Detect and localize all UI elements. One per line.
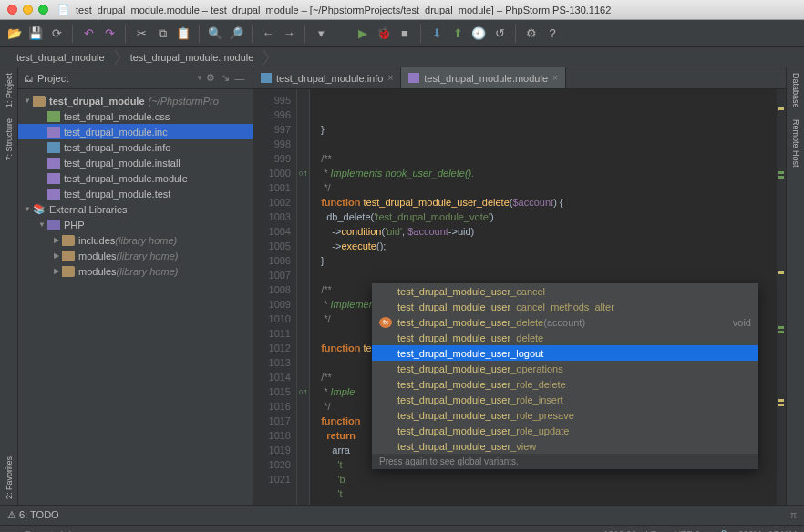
completion-popup[interactable]: test_drupal_module_user_canceltest_drupa… (372, 283, 758, 469)
editor-area: test_drupal_module.info×test_drupal_modu… (253, 67, 786, 505)
tab-remote-host[interactable]: Remote Host (791, 114, 800, 173)
minimize-icon[interactable] (23, 5, 33, 15)
dir-name: includes (78, 235, 115, 246)
tree-lib-dir[interactable]: ▶includes (library home) (18, 232, 253, 248)
close-icon[interactable] (7, 5, 17, 15)
help-icon[interactable]: ? (543, 25, 562, 43)
tree-root[interactable]: ▼ test_drupal_module (~/PhpstormPro (18, 93, 253, 108)
titlebar[interactable]: 📄 test_drupal_module.module – test_drupa… (0, 0, 804, 20)
gear-icon[interactable]: ⚙ (203, 72, 218, 84)
stop-icon[interactable]: ■ (396, 25, 414, 43)
save-icon[interactable]: 💾 (26, 25, 45, 43)
php-file-icon (47, 158, 60, 169)
completion-item[interactable]: test_drupal_module_user_logout (372, 345, 758, 361)
vcs-history-icon[interactable]: 🕘 (469, 25, 488, 43)
tree-external[interactable]: ▼ 📚 External Libraries (18, 201, 253, 217)
tree-file[interactable]: test_drupal_module.css (18, 108, 253, 124)
completion-item[interactable]: test_drupal_module_user_role_delete (372, 376, 758, 392)
breadcrumb-project[interactable]: test_drupal_module (0, 47, 114, 66)
breadcrumb-label: test_drupal_module.module (130, 52, 254, 63)
tree-file[interactable]: test_drupal_module.test (18, 186, 253, 201)
file-name: test_drupal_module.info (64, 142, 170, 153)
find-icon[interactable]: 🔍 (206, 25, 224, 43)
undo-icon[interactable]: ↶ (79, 25, 98, 43)
code-editor[interactable]: 995 996 997 998 999 1000 1001 1002 1003 … (253, 89, 786, 505)
vcs-commit-icon[interactable]: ⬆ (448, 25, 467, 43)
folder-icon (62, 266, 75, 277)
completion-item[interactable]: test_drupal_module_user_role_insert (372, 392, 758, 407)
run-config-icon[interactable]: ▾ (312, 25, 330, 43)
settings-icon[interactable]: ⚙ (522, 25, 541, 43)
expand-icon[interactable]: ▼ (22, 97, 33, 105)
run-icon[interactable]: ▶ (354, 25, 372, 43)
project-tree[interactable]: ▼ test_drupal_module (~/PhpstormPro test… (18, 89, 253, 282)
gutter-marks[interactable]: ○↑ ○↑ (297, 89, 310, 505)
dir-name: modules (78, 266, 117, 277)
expand-icon[interactable]: ▶ (51, 251, 62, 260)
open-icon[interactable]: 📂 (5, 25, 24, 43)
error-stripe[interactable] (777, 89, 786, 505)
collapse-icon[interactable]: ↘ (218, 72, 232, 84)
completion-item[interactable]: test_drupal_module_user_view (372, 438, 758, 454)
debug-icon[interactable]: 🐞 (375, 25, 393, 43)
project-view-icon[interactable]: 🗂 (24, 73, 34, 84)
popup-footer: Press again to see global variants. (372, 454, 758, 469)
hide-icon[interactable]: — (232, 73, 247, 84)
tab-project[interactable]: 1: Project (5, 67, 14, 113)
tab-favorites[interactable]: 2: Favorites (5, 451, 14, 505)
cut-icon[interactable]: ✂ (132, 25, 150, 43)
replace-icon[interactable]: 🔎 (227, 25, 245, 43)
chevron-down-icon[interactable]: ▼ (196, 74, 203, 82)
tree-file[interactable]: test_drupal_module.info (18, 139, 253, 155)
tree-lib-dir[interactable]: ▶modules (library home) (18, 248, 253, 263)
dir-hint: (library home) (115, 235, 177, 246)
tree-php[interactable]: ▼ PHP (18, 217, 253, 232)
vcs-revert-icon[interactable]: ↺ (490, 25, 509, 43)
copy-icon[interactable]: ⧉ (153, 25, 171, 43)
completion-item[interactable]: test_drupal_module_user_delete (372, 330, 758, 345)
completion-item[interactable]: test_drupal_module_user_role_presave (372, 407, 758, 423)
tree-file[interactable]: test_drupal_module.module (18, 170, 253, 186)
close-tab-icon[interactable]: × (552, 73, 558, 83)
status-bar: ▢ Expected: ( 1010:33 LF▼ UTF-8▼ 🔓 Git: … (0, 525, 804, 532)
paste-icon[interactable]: 📋 (174, 25, 192, 43)
php-label: PHP (64, 220, 85, 230)
library-icon: 📚 (33, 203, 46, 215)
editor-tab[interactable]: test_drupal_module.module× (401, 67, 566, 88)
file-name: test_drupal_module.install (64, 158, 180, 169)
todo-button[interactable]: ⚠ 6: TODO (7, 509, 59, 521)
completion-item[interactable]: test_drupal_module_user_cancel_methods_a… (372, 299, 758, 314)
line-gutter[interactable]: 995 996 997 998 999 1000 1001 1002 1003 … (253, 89, 297, 505)
redo-icon[interactable]: ↷ (100, 25, 119, 43)
tree-lib-dir[interactable]: ▶modules (library home) (18, 263, 253, 279)
project-title: Project (37, 73, 194, 84)
close-tab-icon[interactable]: × (387, 73, 393, 83)
editor-tab[interactable]: test_drupal_module.info× (253, 67, 401, 88)
expand-icon[interactable]: ▶ (51, 267, 62, 275)
breadcrumb-file[interactable]: test_drupal_module.module (114, 47, 263, 66)
completion-item[interactable]: fxtest_drupal_module_user_delete(account… (372, 314, 758, 330)
forward-icon[interactable]: → (280, 25, 298, 43)
tab-structure[interactable]: 7: Structure (5, 113, 14, 167)
project-header: 🗂 Project ▼ ⚙ ↘ — (18, 67, 253, 89)
expand-icon[interactable]: ▼ (36, 220, 47, 229)
completion-item[interactable]: test_drupal_module_user_role_update (372, 423, 758, 438)
code-lines[interactable]: } /** * Implements hook_user_delete(). *… (310, 89, 777, 505)
folder-icon (62, 235, 75, 246)
refresh-icon[interactable]: ⟳ (47, 25, 66, 43)
expand-icon[interactable]: ▼ (22, 205, 33, 213)
completion-item[interactable]: test_drupal_module_user_cancel (372, 283, 758, 299)
vcs-update-icon[interactable]: ⬇ (428, 25, 446, 43)
tab-label: test_drupal_module.info (276, 73, 383, 84)
file-name: test_drupal_module.inc (64, 127, 168, 138)
zoom-icon[interactable] (38, 5, 48, 15)
completion-item[interactable]: test_drupal_module_user_operations (372, 361, 758, 376)
tree-file[interactable]: test_drupal_module.inc (18, 124, 253, 139)
pi-icon[interactable]: π (790, 510, 797, 520)
expand-icon[interactable]: ▶ (51, 236, 62, 244)
dir-hint: (library home) (117, 266, 179, 277)
tab-database[interactable]: Database (791, 67, 800, 114)
back-icon[interactable]: ← (259, 25, 277, 43)
breadcrumbs: test_drupal_module test_drupal_module.mo… (0, 47, 804, 67)
tree-file[interactable]: test_drupal_module.install (18, 155, 253, 170)
